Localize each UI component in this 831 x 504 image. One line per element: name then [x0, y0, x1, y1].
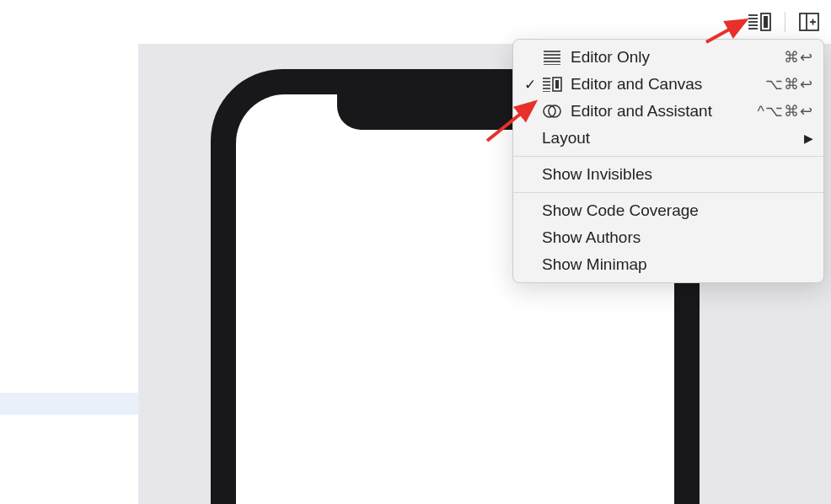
- menu-separator: [513, 156, 823, 157]
- menu-item-show-minimap[interactable]: Show Minimap: [513, 251, 823, 278]
- menu-shortcut: ^⌥⌘↩: [758, 102, 813, 121]
- menu-item-layout[interactable]: Layout ▶: [513, 125, 823, 152]
- editor-options-menu: Editor Only ⌘↩ ✓ Editor and Canvas ⌥⌘↩: [512, 39, 824, 283]
- toolbar-divider: [785, 12, 785, 32]
- svg-rect-22: [555, 80, 559, 88]
- circles-icon: [539, 104, 566, 119]
- editor-options-button[interactable]: [744, 9, 775, 35]
- menu-item-show-authors[interactable]: Show Authors: [513, 224, 823, 251]
- menu-separator: [513, 192, 823, 193]
- editor-canvas-icon: [748, 13, 771, 31]
- menu-label: Editor Only: [566, 48, 784, 67]
- left-panel-selected-row[interactable]: [0, 393, 139, 415]
- menu-label: Show Invisibles: [539, 165, 813, 184]
- editor-toolbar: [744, 0, 831, 44]
- svg-rect-6: [764, 16, 768, 28]
- menu-item-editor-and-assistant[interactable]: Editor and Assistant ^⌥⌘↩: [513, 98, 823, 125]
- menu-shortcut: ⌘↩: [784, 48, 813, 67]
- menu-item-show-invisibles[interactable]: Show Invisibles: [513, 161, 823, 188]
- add-editor-icon: [799, 13, 819, 31]
- menu-shortcut: ⌥⌘↩: [765, 75, 813, 94]
- menu-label: Show Minimap: [539, 255, 813, 274]
- menu-label: Show Code Coverage: [539, 201, 813, 220]
- menu-item-editor-and-canvas[interactable]: ✓ Editor and Canvas ⌥⌘↩: [513, 71, 823, 98]
- editor-canvas-icon: [539, 77, 566, 92]
- check-icon: ✓: [522, 76, 539, 94]
- menu-label: Layout: [542, 129, 799, 147]
- menu-label: Editor and Canvas: [566, 75, 765, 94]
- submenu-arrow-icon: ▶: [799, 131, 813, 145]
- left-panel: [0, 44, 139, 504]
- menu-label: Show Authors: [539, 228, 813, 247]
- lines-icon: [539, 50, 566, 65]
- menu-label: Editor and Assistant: [566, 102, 758, 121]
- menu-item-editor-only[interactable]: Editor Only ⌘↩: [513, 44, 823, 71]
- add-editor-button[interactable]: [796, 9, 823, 35]
- menu-item-show-code-coverage[interactable]: Show Code Coverage: [513, 197, 823, 224]
